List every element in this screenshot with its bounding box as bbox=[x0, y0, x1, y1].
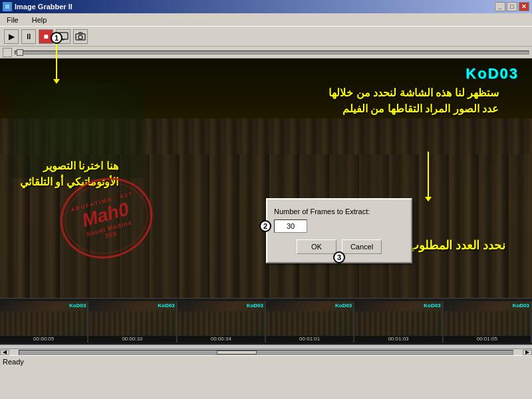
arabic-line-1: ستظهر لنا هذه الشاشة لنحدد من خلالها bbox=[329, 85, 499, 101]
maximize-button[interactable]: □ bbox=[507, 2, 517, 11]
ok-button[interactable]: OK bbox=[297, 239, 336, 254]
thumb-time-3: 00:01:01 bbox=[266, 336, 353, 342]
menu-file[interactable]: File bbox=[3, 15, 23, 25]
scroll-right-btn[interactable]: ▶ bbox=[523, 350, 532, 355]
dialog-content: Number of Frames to Extract: 2 OK Cancel… bbox=[267, 200, 411, 262]
main-video-area: KoD03 ستظهر لنا هذه الشاشة لنحدد من خلال… bbox=[0, 59, 532, 298]
annotation-circle-1: 1 bbox=[51, 32, 63, 44]
dialog-input-row: 2 bbox=[274, 219, 404, 233]
svg-rect-1 bbox=[5, 5, 9, 9]
window-controls: _ □ ✕ bbox=[495, 2, 529, 11]
menu-help[interactable]: Help bbox=[28, 15, 51, 25]
timeline-bar: ◀ ▶ bbox=[0, 344, 532, 355]
video-watermark: KoD03 bbox=[466, 65, 519, 82]
camera-button[interactable] bbox=[73, 29, 88, 44]
thumb-time-5: 00:01:05 bbox=[444, 336, 531, 342]
thumb-video-4: KoD03 bbox=[354, 301, 442, 336]
thumb-video-1: KoD03 bbox=[88, 301, 176, 336]
close-button[interactable]: ✕ bbox=[519, 2, 529, 11]
seekbar-area[interactable] bbox=[0, 47, 532, 59]
frames-input[interactable] bbox=[274, 219, 307, 233]
thumb-time-2: 00:00:34 bbox=[178, 336, 265, 342]
arabic-line-2: عدد الصور المراد التقاطها من الفيلم bbox=[329, 101, 499, 117]
thumb-wm-1: KoD03 bbox=[158, 303, 174, 309]
dialog-buttons: OK Cancel 3 bbox=[274, 239, 404, 257]
thumb-crowd-4 bbox=[354, 311, 442, 335]
seekbar-thumb[interactable] bbox=[17, 49, 23, 56]
dialog-label: Number of Frames to Extract: bbox=[274, 207, 404, 215]
thumb-wm-0: KoD03 bbox=[69, 303, 86, 309]
scroll-track[interactable] bbox=[19, 350, 513, 355]
window-title: Image Grabber II bbox=[15, 3, 72, 11]
svg-point-6 bbox=[78, 35, 82, 39]
annotation-arrow-1 bbox=[56, 44, 57, 80]
cancel-button[interactable]: Cancel bbox=[342, 239, 382, 254]
thumb-video-0: KoD03 bbox=[0, 301, 87, 336]
thumb-5[interactable]: KoD03 00:01:05 bbox=[444, 301, 532, 342]
thumb-wm-2: KoD03 bbox=[247, 303, 263, 309]
arabic-left-1: هنا اخترنا التصوير bbox=[20, 158, 118, 174]
thumb-crowd-3 bbox=[266, 311, 353, 335]
seekbar-left-btn[interactable] bbox=[3, 48, 12, 57]
thumb-wm-4: KoD03 bbox=[424, 303, 440, 309]
status-text: Ready bbox=[3, 358, 24, 366]
thumb-wm-3: KoD03 bbox=[335, 303, 352, 309]
status-bar: Ready bbox=[0, 355, 532, 367]
seekbar-track[interactable] bbox=[15, 51, 529, 55]
thumb-4[interactable]: KoD03 00:01:03 bbox=[354, 301, 443, 342]
thumb-crowd-5 bbox=[444, 311, 531, 335]
timeline-scrollbar[interactable]: ◀ ▶ bbox=[0, 348, 532, 355]
thumb-video-2: KoD03 bbox=[178, 301, 265, 336]
annotation-circle-3: 3 bbox=[333, 251, 345, 263]
scroll-left-btn[interactable]: ◀ bbox=[0, 350, 9, 355]
toolbar: ▶ ⏸ ■ bbox=[0, 27, 532, 47]
thumb-wm-5: KoD03 bbox=[513, 303, 529, 309]
arrow-to-dialog bbox=[428, 152, 429, 198]
dialog-frames-extract: Number of Frames to Extract: 2 OK Cancel… bbox=[266, 198, 412, 263]
thumb-time-4: 00:01:03 bbox=[354, 336, 442, 342]
play-button[interactable]: ▶ bbox=[4, 29, 19, 44]
thumb-video-3: KoD03 bbox=[266, 301, 353, 336]
thumb-crowd-0 bbox=[0, 311, 87, 335]
minimize-button[interactable]: _ bbox=[495, 2, 505, 11]
title-bar: Image Grabber II _ □ ✕ bbox=[0, 0, 532, 13]
scroll-thumb[interactable] bbox=[217, 350, 257, 354]
thumb-0[interactable]: KoD03 00:00:05 bbox=[0, 301, 88, 342]
menu-bar: File Help bbox=[0, 13, 532, 27]
pause-button[interactable]: ⏸ bbox=[21, 29, 36, 44]
thumb-time-1: 00:00:10 bbox=[88, 336, 176, 342]
thumb-crowd-1 bbox=[88, 311, 176, 335]
app-icon bbox=[3, 2, 12, 11]
thumbnail-strip: KoD03 00:00:05 KoD03 00:00:10 KoD03 00:0… bbox=[0, 298, 532, 344]
thumb-crowd-2 bbox=[178, 311, 265, 335]
thumb-1[interactable]: KoD03 00:00:10 bbox=[88, 301, 177, 342]
annotation-circle-2: 2 bbox=[259, 220, 271, 232]
thumb-3[interactable]: KoD03 00:01:01 bbox=[266, 301, 354, 342]
thumb-video-5: KoD03 bbox=[444, 301, 531, 336]
thumb-2[interactable]: KoD03 00:00:34 bbox=[178, 301, 266, 342]
thumb-time-0: 00:00:05 bbox=[0, 336, 87, 342]
arabic-annotation-top: ستظهر لنا هذه الشاشة لنحدد من خلالها عدد… bbox=[329, 85, 499, 117]
